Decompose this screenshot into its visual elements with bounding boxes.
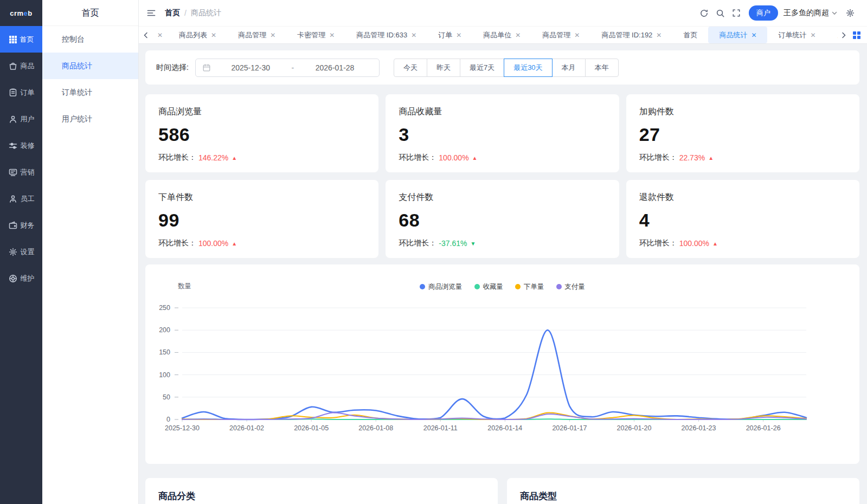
- tab-close-icon[interactable]: ✕: [456, 32, 461, 38]
- hamburger-menu-icon[interactable]: [146, 8, 156, 18]
- quick-button-本月[interactable]: 本月: [552, 59, 586, 77]
- refresh-icon[interactable]: [696, 5, 712, 21]
- legend-item-收藏量[interactable]: 收藏量: [474, 282, 504, 292]
- tab-label: 商品管理: [238, 30, 266, 40]
- submenu-item-商品统计[interactable]: 商品统计: [42, 53, 138, 79]
- date-range-input[interactable]: 2025-12-30 - 2026-01-28: [195, 59, 380, 77]
- primary-nav: 首页 商品 订单 用户 装修 营销 员工 财务 设置 维护: [0, 26, 42, 292]
- sidebar-item-label: 装修: [21, 141, 35, 151]
- legend-dot-icon: [515, 284, 521, 289]
- tab-close-icon[interactable]: ✕: [157, 32, 163, 38]
- sidebar-item-首页[interactable]: 首页: [0, 26, 42, 53]
- stat-value: 99: [158, 210, 365, 231]
- quick-button-今天[interactable]: 今天: [394, 59, 427, 77]
- stat-growth: 环比增长： 100.00% ▲: [158, 238, 365, 248]
- sidebar-item-维护[interactable]: 维护: [0, 265, 42, 292]
- tab-close-icon[interactable]: ✕: [270, 32, 275, 38]
- tabs-scroll-left-icon[interactable]: [140, 27, 152, 43]
- sidebar-item-营销[interactable]: 营销: [0, 159, 42, 185]
- sidebar-item-label: 设置: [21, 247, 35, 257]
- tab-close-icon[interactable]: ✕: [329, 32, 335, 38]
- sidebar-item-装修[interactable]: 装修: [0, 132, 42, 159]
- stat-trend-up-icon: ▲: [232, 155, 237, 161]
- submenu-item-订单统计[interactable]: 订单统计: [42, 79, 138, 106]
- svg-text:2026-01-14: 2026-01-14: [487, 424, 522, 432]
- submenu-item-控制台[interactable]: 控制台: [42, 26, 138, 53]
- tab-商品列表[interactable]: 商品列表✕: [168, 27, 227, 43]
- stat-growth: 环比增长： 146.22% ▲: [158, 153, 365, 163]
- quick-button-最近30天[interactable]: 最近30天: [504, 59, 552, 77]
- tab-商品管理[interactable]: 商品管理✕: [227, 27, 286, 43]
- tab-close-icon[interactable]: ✕: [411, 32, 416, 38]
- submenu-item-用户统计[interactable]: 用户统计: [42, 106, 138, 132]
- breadcrumb-home[interactable]: 首页: [165, 8, 180, 18]
- stat-trend-up-icon: ▲: [472, 155, 478, 161]
- fullscreen-icon[interactable]: [728, 5, 744, 21]
- breadcrumb-current: 商品统计: [191, 8, 221, 18]
- sidebar-item-用户[interactable]: 用户: [0, 106, 42, 132]
- tab-商品统计[interactable]: 商品统计✕: [708, 27, 767, 43]
- tab-订单[interactable]: 订单✕: [427, 27, 472, 43]
- svg-text:2025-12-30: 2025-12-30: [165, 424, 200, 432]
- logo-text-2: b: [28, 9, 32, 17]
- quick-button-昨天[interactable]: 昨天: [427, 59, 460, 77]
- tabs-scroll-right-icon[interactable]: [838, 27, 850, 43]
- legend-item-支付量[interactable]: 支付量: [556, 282, 586, 292]
- legend-dot-icon: [474, 284, 480, 289]
- sidebar-item-label: 订单: [21, 88, 35, 98]
- legend-item-商品浏览量[interactable]: 商品浏览量: [420, 282, 463, 292]
- merchant-badge[interactable]: 商户: [749, 5, 778, 21]
- tab-close-icon[interactable]: ✕: [515, 32, 521, 38]
- breadcrumb-separator: /: [184, 9, 187, 17]
- stat-value: 27: [639, 124, 846, 145]
- sidebar-item-商品[interactable]: 商品: [0, 53, 42, 79]
- chevron-down-icon[interactable]: [831, 10, 838, 16]
- staff-icon: [8, 194, 18, 204]
- stat-growth-value: 146.22%: [198, 153, 228, 162]
- legend-item-下单量[interactable]: 下单量: [515, 282, 544, 292]
- stat-card-支付件数: 支付件数 68 环比增长： -37.61% ▼: [386, 180, 619, 258]
- sidebar-item-员工[interactable]: 员工: [0, 185, 42, 212]
- quick-button-最近7天[interactable]: 最近7天: [460, 59, 504, 77]
- tab-label: 订单统计: [778, 30, 806, 40]
- tab-partial[interactable]: ✕: [152, 27, 168, 43]
- svg-text:2026-01-17: 2026-01-17: [552, 424, 587, 432]
- sidebar-item-订单[interactable]: 订单: [0, 79, 42, 106]
- merchant-name[interactable]: 王多鱼的商超: [783, 8, 829, 18]
- tab-商品管理[interactable]: 商品管理✕: [531, 27, 590, 43]
- svg-text:50: 50: [163, 393, 170, 401]
- gear-icon[interactable]: [842, 5, 858, 21]
- sidebar-item-财务[interactable]: 财务: [0, 212, 42, 238]
- tab-close-icon[interactable]: ✕: [751, 32, 756, 38]
- tab-商品管理 ID:192[interactable]: 商品管理 ID:192✕: [590, 27, 672, 43]
- logo[interactable]: crmeb: [0, 0, 42, 26]
- tab-label: 商品管理 ID:192: [601, 30, 652, 40]
- app: crmeb 首页 商品 订单 用户 装修 营销 员工 财务 设置 维护 首页 控…: [0, 0, 867, 504]
- legend-label: 收藏量: [483, 282, 504, 292]
- quick-button-本年[interactable]: 本年: [585, 59, 619, 77]
- stat-title: 商品浏览量: [158, 106, 365, 118]
- sidebar-item-设置[interactable]: 设置: [0, 238, 42, 265]
- tab-label: 商品统计: [719, 30, 747, 40]
- stat-value: 68: [399, 210, 606, 231]
- stat-growth-value: 100.00%: [198, 239, 228, 248]
- tab-商品管理 ID:633[interactable]: 商品管理 ID:633✕: [345, 27, 427, 43]
- tab-用户统计[interactable]: 用户统计✕: [827, 27, 838, 43]
- tab-close-icon[interactable]: ✕: [211, 32, 216, 38]
- stat-card-商品浏览量: 商品浏览量 586 环比增长： 146.22% ▲: [145, 94, 378, 172]
- stats-grid: 商品浏览量 586 环比增长： 146.22% ▲ 商品收藏量 3 环比增长： …: [145, 94, 859, 258]
- tab-首页[interactable]: 首页: [672, 27, 708, 43]
- tab-close-icon[interactable]: ✕: [810, 32, 815, 38]
- decorate-icon: [8, 141, 18, 151]
- tabs-grid-icon[interactable]: [850, 31, 864, 39]
- tab-商品单位[interactable]: 商品单位✕: [472, 27, 531, 43]
- svg-text:2026-01-02: 2026-01-02: [229, 424, 264, 432]
- stat-growth: 环比增长： 22.73% ▲: [639, 153, 846, 163]
- tab-卡密管理[interactable]: 卡密管理✕: [286, 27, 345, 43]
- tab-close-icon[interactable]: ✕: [656, 32, 662, 38]
- search-icon[interactable]: [712, 5, 728, 21]
- legend-label: 支付量: [565, 282, 586, 292]
- tab-订单统计[interactable]: 订单统计✕: [767, 27, 826, 43]
- svg-text:2026-01-05: 2026-01-05: [294, 424, 329, 432]
- tab-close-icon[interactable]: ✕: [574, 32, 580, 38]
